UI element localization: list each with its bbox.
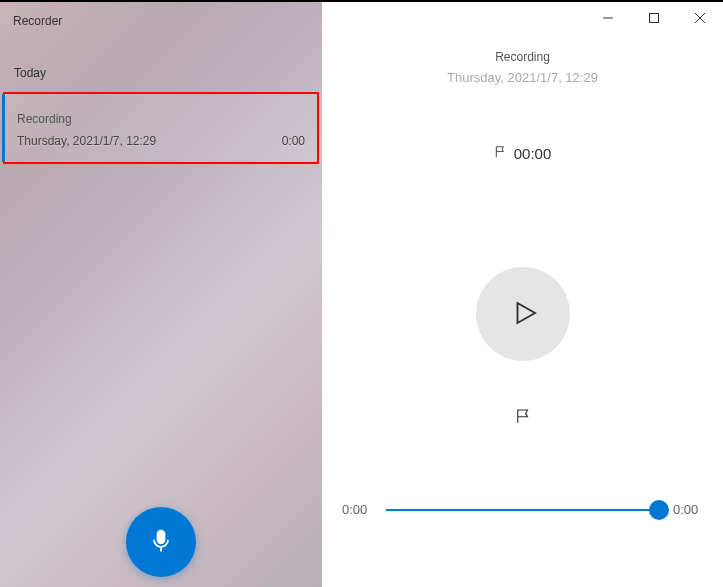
minimize-button[interactable] — [585, 2, 631, 34]
add-marker-button[interactable] — [510, 403, 536, 432]
time-display: 00:00 — [322, 145, 723, 162]
playback-slider[interactable] — [386, 509, 659, 511]
flag-icon — [514, 413, 532, 428]
recording-item-name: Recording — [17, 112, 305, 126]
minimize-icon — [603, 11, 613, 26]
flag-marker-icon — [494, 145, 508, 162]
svg-rect-0 — [158, 530, 165, 543]
microphone-icon — [147, 527, 175, 558]
recording-list-item[interactable]: Recording Thursday, 2021/1/7, 12:29 0:00 — [3, 92, 319, 164]
recording-item-meta: Thursday, 2021/1/7, 12:29 0:00 — [17, 134, 305, 148]
close-button[interactable] — [677, 2, 723, 34]
maximize-icon — [649, 11, 659, 26]
record-button[interactable] — [126, 507, 196, 577]
recording-title: Recording — [322, 50, 723, 64]
close-icon — [695, 11, 705, 26]
svg-rect-3 — [650, 13, 659, 22]
slider-start-time: 0:00 — [342, 502, 372, 517]
time-value: 00:00 — [514, 145, 552, 162]
app-title: Recorder — [0, 2, 322, 28]
svg-marker-6 — [517, 303, 535, 323]
sidebar: Recorder Today Recording Thursday, 2021/… — [0, 2, 322, 587]
slider-thumb[interactable] — [649, 500, 669, 520]
recording-date: Thursday, 2021/1/7, 12:29 — [322, 70, 723, 85]
recording-item-duration: 0:00 — [282, 134, 305, 148]
today-section-label: Today — [0, 28, 322, 80]
playback-slider-row: 0:00 0:00 — [322, 502, 723, 517]
app-window: Recorder Today Recording Thursday, 2021/… — [0, 2, 723, 587]
recording-item-date: Thursday, 2021/1/7, 12:29 — [17, 134, 156, 148]
play-icon — [506, 298, 540, 331]
window-controls — [585, 2, 723, 34]
maximize-button[interactable] — [631, 2, 677, 34]
slider-end-time: 0:00 — [673, 502, 703, 517]
play-button[interactable] — [476, 267, 570, 361]
main-panel: Recording Thursday, 2021/1/7, 12:29 00:0… — [322, 2, 723, 587]
